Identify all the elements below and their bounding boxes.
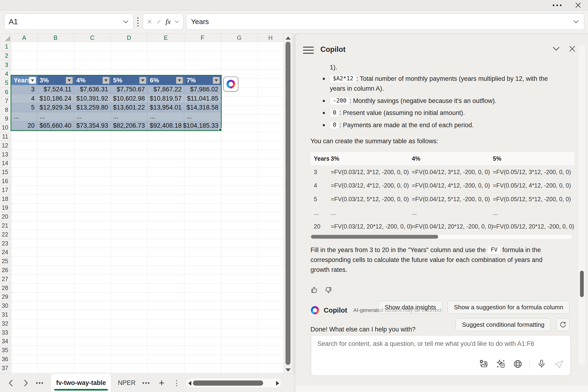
table-cell[interactable]: $7,750.67 [111, 85, 148, 94]
sheet-tab-nper[interactable]: NPER [116, 374, 138, 392]
refresh-suggestions-button[interactable] [556, 318, 570, 331]
cancel-entry-icon[interactable]: ✕ [147, 18, 152, 26]
name-box[interactable] [4, 14, 133, 30]
microphone-icon[interactable] [536, 359, 547, 369]
row-header-28[interactable]: 28 [0, 284, 11, 292]
window-more-options-button[interactable]: ••• [550, 0, 566, 10]
filter-dropdown-button[interactable] [213, 77, 220, 84]
table-header-cell[interactable]: Years [11, 76, 37, 85]
filter-dropdown-button[interactable] [139, 77, 146, 84]
column-header-G[interactable]: G [221, 34, 258, 42]
row-header-23[interactable]: 23 [0, 239, 11, 248]
table-cell[interactable]: $14,318.58 [184, 103, 221, 112]
table-cell[interactable]: ... [148, 112, 184, 121]
row-header-5[interactable]: 5 [0, 78, 11, 88]
collapse-panel-button[interactable] [552, 46, 560, 52]
scroll-up-arrow-icon[interactable] [286, 36, 291, 40]
formula-bar-drag-handle[interactable] [137, 18, 138, 26]
prompt-sparkle-icon[interactable] [496, 359, 506, 369]
row-header-6[interactable]: 6 [0, 88, 11, 96]
table-header-cell[interactable]: 7% [184, 76, 221, 85]
row-header-17[interactable]: 17 [0, 186, 11, 194]
panel-scrollbar[interactable] [578, 45, 585, 364]
row-header-29[interactable]: 29 [0, 292, 11, 302]
table-cell[interactable]: ... [37, 112, 74, 121]
globe-icon[interactable] [512, 359, 523, 369]
table-cell[interactable]: $13,954.01 [148, 103, 184, 112]
row-header-18[interactable]: 18 [0, 194, 11, 204]
table-cell[interactable]: $7,636.31 [74, 85, 111, 94]
table-cell[interactable]: $10,391.92 [74, 94, 111, 103]
scroll-down-arrow-icon[interactable] [286, 368, 291, 372]
column-header-D[interactable]: D [111, 34, 148, 42]
copilot-prompt-input[interactable] [317, 340, 553, 348]
expand-formula-bar-icon[interactable] [573, 20, 579, 24]
table-cell[interactable]: 4 [11, 94, 37, 103]
row-header-2[interactable]: 2 [0, 51, 11, 60]
filter-dropdown-button[interactable] [29, 77, 36, 84]
filter-dropdown-button[interactable] [102, 77, 110, 84]
sheet-menu-kebab-button[interactable]: ⋮ [172, 374, 181, 392]
suggestion-conditional-formatting[interactable]: Suggest conditional formatting [456, 318, 551, 331]
row-header-31[interactable]: 31 [0, 310, 11, 319]
row-header-8[interactable]: 8 [0, 106, 11, 114]
table-scrollbar-thumb[interactable] [311, 235, 438, 239]
row-header-35[interactable]: 35 [0, 346, 11, 355]
menu-icon[interactable] [303, 47, 314, 56]
filter-dropdown-button[interactable] [66, 77, 73, 84]
table-cell[interactable]: $13,601.22 [111, 103, 148, 112]
row-header-22[interactable]: 22 [0, 230, 11, 239]
fill-handle[interactable] [218, 128, 222, 132]
table-cell[interactable]: $10,602.98 [111, 94, 148, 103]
window-close-button[interactable] [570, 0, 586, 10]
row-header-15[interactable]: 15 [0, 168, 11, 177]
previous-sheet-button[interactable] [6, 378, 16, 388]
horizontal-scrollbar-thumb[interactable] [193, 380, 263, 386]
chevron-down-icon[interactable] [174, 20, 179, 23]
row-header-25[interactable]: 25 [0, 257, 11, 266]
table-cell[interactable]: $7,524.11 [37, 85, 74, 94]
vertical-scrollbar[interactable] [284, 34, 292, 374]
column-header-F[interactable]: F [184, 34, 221, 42]
thumbs-down-icon[interactable] [324, 286, 332, 294]
row-header-3[interactable]: 3 [0, 60, 11, 69]
close-panel-button[interactable] [569, 45, 576, 53]
table-horizontal-scrollbar[interactable] [310, 234, 572, 239]
insert-function-icon[interactable]: fx [166, 18, 171, 26]
next-sheet-button[interactable] [21, 378, 31, 388]
suggestion-formula-column[interactable]: Show a suggestion for a formula column [448, 300, 570, 314]
cell-reference-input[interactable] [9, 18, 123, 26]
table-cell[interactable]: $65,660.40 [37, 121, 74, 130]
thumbs-up-icon[interactable] [310, 286, 319, 294]
table-cell[interactable]: $104,185.33 [184, 121, 221, 130]
row-header-30[interactable]: 30 [0, 301, 11, 310]
table-cell[interactable]: ... [11, 112, 37, 121]
table-cell[interactable]: $11,041.85 [184, 94, 221, 103]
table-cell[interactable]: ... [111, 112, 148, 121]
row-header-1[interactable]: 1 [0, 42, 11, 51]
row-header-21[interactable]: 21 [0, 221, 11, 230]
vertical-scrollbar-thumb[interactable] [286, 42, 290, 365]
row-header-19[interactable]: 19 [0, 204, 11, 212]
copilot-cell-button[interactable] [223, 76, 238, 92]
table-cell[interactable]: $10,819.57 [148, 94, 184, 103]
row-header-12[interactable]: 12 [0, 141, 11, 150]
column-header-E[interactable]: E [148, 34, 184, 42]
row-header-13[interactable]: 13 [0, 150, 11, 159]
table-cell[interactable]: $73,354.93 [74, 121, 111, 130]
row-header-10[interactable]: 10 [0, 123, 11, 132]
add-image-icon[interactable] [479, 359, 489, 369]
column-header-A[interactable]: A [11, 34, 37, 42]
table-cell[interactable]: $7,867.22 [148, 85, 184, 94]
column-header-H[interactable]: H [258, 34, 284, 42]
table-header-cell[interactable]: 6% [148, 76, 184, 85]
table-cell[interactable]: $13,259.80 [74, 103, 111, 112]
formula-input[interactable] [191, 18, 573, 26]
table-cell[interactable]: ... [184, 112, 221, 121]
row-header-20[interactable]: 20 [0, 212, 11, 221]
row-header-9[interactable]: 9 [0, 114, 11, 124]
row-header-33[interactable]: 33 [0, 328, 11, 337]
table-header-cell[interactable]: 3% [37, 76, 74, 85]
column-header-C[interactable]: C [74, 34, 111, 42]
table-cell[interactable]: 3 [11, 85, 37, 94]
